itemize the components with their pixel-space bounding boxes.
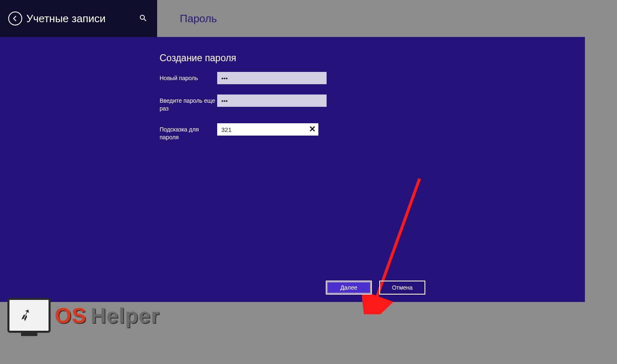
search-icon[interactable] — [139, 14, 147, 23]
label-password-hint: Подсказка для пароля — [160, 123, 217, 141]
row-new-password: Новый пароль — [160, 72, 327, 84]
label-new-password: Новый пароль — [160, 72, 217, 82]
label-confirm-password: Введите пароль еще раз — [160, 94, 217, 113]
watermark-logo: ➶ OS Helper — [7, 298, 160, 333]
main-panel: Создание пароля Новый пароль Введите пар… — [0, 37, 585, 302]
button-bar: Далее Отмена — [326, 281, 425, 295]
back-icon[interactable] — [8, 12, 22, 25]
monitor-icon: ➶ — [7, 298, 51, 333]
watermark-os: OS — [55, 303, 86, 328]
screenshot-frame: Учетные записи Пароль Создание пароля Но… — [0, 0, 585, 337]
row-confirm-password: Введите пароль еще раз — [160, 94, 327, 113]
watermark-helper: Helper — [90, 303, 160, 328]
cursor-icon: ➶ — [16, 303, 35, 326]
svg-line-1 — [144, 19, 146, 21]
cancel-button[interactable]: Отмена — [379, 281, 425, 295]
input-password-hint[interactable] — [217, 124, 312, 135]
header-right: Пароль — [157, 0, 585, 37]
clear-icon[interactable]: ✕ — [309, 124, 316, 134]
next-button[interactable]: Далее — [326, 281, 372, 295]
page-section-title: Пароль — [180, 12, 217, 25]
input-new-password[interactable] — [217, 72, 327, 84]
form-title: Создание пароля — [160, 53, 236, 64]
header-left: Учетные записи — [0, 0, 157, 37]
row-password-hint: Подсказка для пароля ✕ — [160, 123, 318, 141]
accounts-title[interactable]: Учетные записи — [26, 12, 106, 25]
svg-point-0 — [140, 15, 144, 19]
hint-input-wrap: ✕ — [217, 123, 318, 136]
input-confirm-password[interactable] — [217, 94, 327, 107]
